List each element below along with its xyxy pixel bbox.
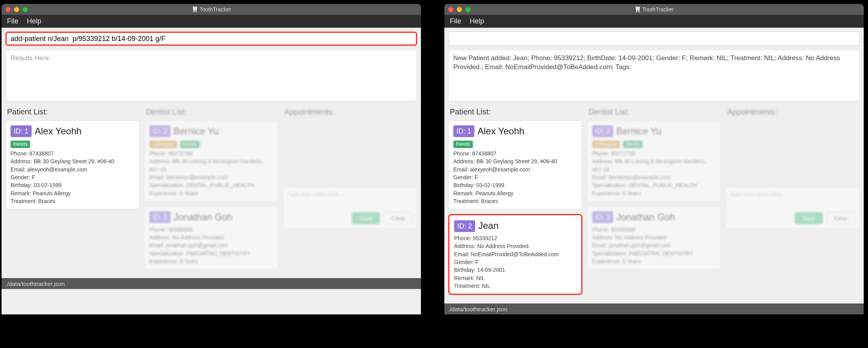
field-email: Email: alexyeoh@example.com (453, 166, 577, 173)
notes-placeholder: Type your notes here... (287, 191, 413, 197)
field-address: Address: Blk 30 Geylang Street 29, #06-4… (11, 157, 135, 165)
menu-file[interactable]: File (450, 17, 461, 25)
field-spec: Specialization: DENTAL_PUBLIC_HEALTH (592, 181, 716, 189)
tag-friends: friends (453, 141, 473, 148)
field-spec: Specialization: DENTAL_PUBLIC_HEALTH (149, 181, 273, 189)
field-address: Address: No Address Provided (149, 234, 273, 241)
field-email: Email: alexyeoh@example.com (11, 166, 135, 173)
field-phone: Phone: 99272758 (592, 150, 716, 157)
title-bar: 🦷 ToothTracker (2, 4, 421, 15)
result-box: New Patient added: Jean; Phone: 95339212… (448, 50, 860, 101)
app-window-after: 🦷 ToothTracker File Help New Patient add… (444, 4, 864, 314)
field-treatment: Treatment: Braces (11, 197, 135, 205)
appointments-column: Appointments: Type your notes here... Sa… (283, 105, 417, 274)
patient-card[interactable]: ID: 1 Alex Yeohh friends Phone: 87438807… (448, 120, 582, 209)
menu-bar: File Help (2, 15, 421, 28)
field-phone: Phone: 87438807 (11, 150, 135, 157)
tag-colleagues: colleagues (592, 141, 620, 148)
title-bar: 🦷 ToothTracker (444, 4, 864, 15)
save-button[interactable]: Save (795, 212, 823, 224)
id-badge: ID: 2 (454, 220, 475, 232)
dentist-column: Dentist List: ID: 2 Bernice Yu colleague… (587, 105, 721, 300)
field-exp: Experience: 5 Years (592, 189, 716, 197)
field-gender: Gender: F (11, 173, 135, 181)
field-phone: Phone: 87438807 (453, 150, 577, 157)
result-text: New Patient added: Jean; Phone: 95339212… (453, 54, 840, 71)
patient-list-title: Patient List: (450, 107, 582, 116)
menu-help[interactable]: Help (27, 17, 41, 25)
tooth-icon: 🦷 (192, 6, 198, 12)
appointments-column: Appointments: Type your notes here... Sa… (726, 105, 860, 300)
clear-button[interactable]: Clear (827, 212, 856, 224)
result-box: Results Here. (5, 50, 417, 101)
tooth-icon: 🦷 (634, 6, 641, 12)
command-input[interactable] (448, 32, 860, 46)
dentist-name: Bernice Yu (616, 125, 662, 138)
dentist-name: Bernice Yu (174, 125, 219, 138)
field-treatment: Treatment: NIL (454, 282, 577, 290)
id-badge: ID: 3 (592, 211, 613, 223)
id-badge: ID: 3 (149, 211, 170, 223)
result-placeholder: Results Here. (11, 54, 51, 62)
clear-button[interactable]: Clear (384, 212, 413, 224)
field-address: Address: No Address Provided (592, 234, 716, 241)
patient-card-new[interactable]: ID: 2 Jean Phone: 95339212 Address: No A… (448, 214, 582, 295)
save-button[interactable]: Save (352, 212, 380, 224)
dentist-card[interactable]: ID: 2 Bernice Yu colleagues friends Phon… (144, 120, 279, 202)
dentist-name: Jonathan Goh (616, 211, 675, 224)
field-exp: Experience: 3 Years (149, 257, 273, 265)
dentist-list-title: Dentist List: (146, 107, 279, 116)
field-birthday: Birthday: 03-02-1999 (11, 181, 135, 189)
field-phone: Phone: 99272758 (149, 150, 273, 157)
patient-column: Patient List: ID: 1 Alex Yeohh friends P… (5, 105, 140, 274)
patient-name: Alex Yeohh (35, 125, 82, 138)
notes-placeholder: Type your notes here... (730, 191, 856, 197)
window-title: 🦷 ToothTracker (444, 6, 864, 12)
dentist-card[interactable]: ID: 2 Bernice Yu colleagues friends Phon… (587, 120, 721, 202)
notes-box: Type your notes here... Save Clear (283, 187, 417, 228)
window-title: 🦷 ToothTracker (2, 6, 421, 12)
command-input[interactable] (5, 32, 417, 46)
notes-box: Type your notes here... Save Clear (726, 187, 860, 228)
tag-friends: friends (11, 141, 30, 148)
menu-file[interactable]: File (7, 17, 18, 25)
field-address: Address: Blk 30 Lorong 3 Serangoon Garde… (592, 157, 716, 173)
field-address: Address: No Address Provided. (454, 242, 577, 250)
app-window-before: 🦷 ToothTracker File Help Results Here. P… (2, 4, 421, 314)
dentist-card[interactable]: ID: 3 Jonathan Goh Phone: 92095568 Addre… (587, 206, 721, 269)
field-email: Email: jonathan.goh@gmail.com (592, 241, 716, 249)
field-exp: Experience: 5 Years (149, 189, 273, 197)
dentist-card[interactable]: ID: 3 Jonathan Goh Phone: 92095568 Addre… (144, 206, 279, 269)
patient-name: Jean (478, 219, 499, 233)
field-phone: Phone: 95339212 (454, 234, 577, 242)
field-phone: Phone: 92095568 (592, 226, 716, 234)
field-gender: Gender: F (453, 173, 577, 181)
appointments-title: Appointments: (284, 107, 417, 116)
field-spec: Specialization: PAEDIATRIC DENTISTRY (149, 250, 273, 257)
tag-friends: friends (180, 141, 200, 148)
field-email: Email: berniceyu@example.com (592, 173, 716, 181)
appointments-title: Appointments: (727, 107, 860, 116)
field-remark: Remark: Peanuts Allergy (11, 189, 135, 197)
dentist-list-title: Dentist List: (589, 107, 721, 116)
field-spec: Specialization: PAEDIATRIC DENTISTRY (592, 250, 716, 257)
tag-friends: friends (623, 141, 643, 148)
field-email: Email: berniceyu@example.com (149, 173, 273, 181)
field-remark: Remark: Peanuts Allergy (453, 189, 577, 197)
tag-colleagues: colleagues (149, 141, 177, 148)
field-remark: Remark: NIL (454, 274, 577, 282)
field-gender: Gender: F (454, 258, 577, 266)
menu-bar: File Help (444, 15, 864, 28)
field-birthday: Birthday: 03-02-1999 (453, 181, 577, 189)
menu-help[interactable]: Help (470, 17, 484, 25)
field-email: Email: jonathan.goh@gmail.com (149, 241, 273, 249)
field-address: Address: Blk 30 Geylang Street 29, #06-4… (453, 157, 577, 165)
status-bar: ./data/toothtracker.json (444, 303, 864, 314)
patient-card[interactable]: ID: 1 Alex Yeohh friends Phone: 87438807… (5, 120, 140, 209)
dentist-column: Dentist List: ID: 2 Bernice Yu colleague… (144, 105, 279, 274)
patient-list-title: Patient List: (7, 107, 140, 116)
id-badge: ID: 2 (592, 125, 613, 137)
field-birthday: Birthday: 14-09-2001 (454, 266, 577, 274)
status-bar: ./data/toothtracker.json (2, 278, 421, 289)
field-exp: Experience: 3 Years (592, 257, 716, 265)
